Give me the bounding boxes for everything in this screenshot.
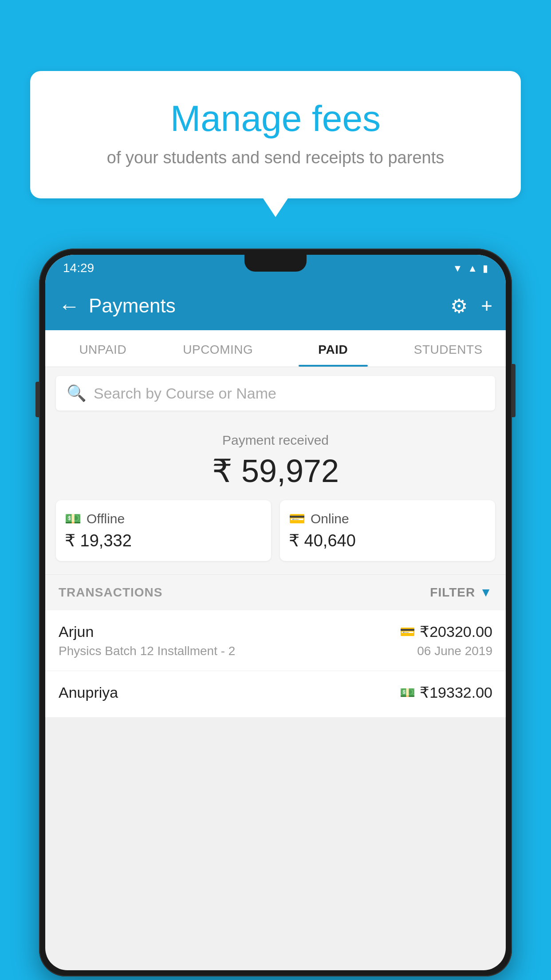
volume-button <box>35 382 39 417</box>
power-button <box>512 364 516 417</box>
search-icon: 🔍 <box>67 384 87 403</box>
filter-label: FILTER <box>430 585 475 600</box>
tab-upcoming[interactable]: UPCOMING <box>161 330 276 367</box>
transaction-course: Physics Batch 12 Installment - 2 <box>59 644 235 658</box>
app-bar-icons: ⚙ + <box>450 295 492 317</box>
bubble-subtitle: of your students and send receipts to pa… <box>48 148 503 167</box>
transaction-amount-wrap: 💳 ₹20320.00 <box>400 623 492 640</box>
online-payment-card: 💳 Online ₹ 40,640 <box>280 500 495 561</box>
transaction-bottom-row: Physics Batch 12 Installment - 2 06 June… <box>59 644 492 658</box>
payment-cards: 💵 Offline ₹ 19,332 💳 Online ₹ 40,640 <box>56 500 495 561</box>
status-icons <box>453 262 488 274</box>
tabs-container: UNPAID UPCOMING PAID STUDENTS <box>45 330 506 367</box>
wifi-icon <box>453 262 462 274</box>
battery-icon <box>483 262 488 274</box>
tab-students[interactable]: STUDENTS <box>391 330 506 367</box>
transaction-date: 06 June 2019 <box>417 644 492 658</box>
online-icon: 💳 <box>289 511 305 526</box>
back-button[interactable]: ← <box>59 294 80 318</box>
payment-method-icon: 💵 <box>400 685 415 700</box>
transaction-row[interactable]: Arjun 💳 ₹20320.00 Physics Batch 12 Insta… <box>45 610 506 671</box>
transaction-amount-wrap: 💵 ₹19332.00 <box>400 684 492 701</box>
payment-total-amount: ₹ 59,972 <box>56 452 495 490</box>
offline-amount: ₹ 19,332 <box>65 531 262 550</box>
transaction-amount: ₹19332.00 <box>420 684 492 701</box>
bubble-title: Manage fees <box>48 98 503 139</box>
search-input[interactable]: Search by Course or Name <box>94 385 276 402</box>
search-box[interactable]: 🔍 Search by Course or Name <box>56 376 495 411</box>
online-amount: ₹ 40,640 <box>289 531 486 550</box>
status-time: 14:29 <box>63 261 94 275</box>
payment-section: Payment received ₹ 59,972 💵 Offline ₹ 19… <box>45 419 506 574</box>
add-icon[interactable]: + <box>481 295 492 317</box>
transaction-amount: ₹20320.00 <box>420 623 492 640</box>
transaction-top-row: Arjun 💳 ₹20320.00 <box>59 623 492 640</box>
tab-paid[interactable]: PAID <box>276 330 391 367</box>
offline-card-header: 💵 Offline <box>65 511 262 526</box>
speech-bubble: Manage fees of your students and send re… <box>30 71 521 198</box>
app-title: Payments <box>89 295 441 317</box>
transactions-label: TRANSACTIONS <box>59 585 162 600</box>
payment-method-icon: 💳 <box>400 624 415 639</box>
transaction-top-row: Anupriya 💵 ₹19332.00 <box>59 684 492 701</box>
phone-outer: 14:29 ← Payments ⚙ + UNPAID <box>39 249 512 976</box>
offline-icon: 💵 <box>65 511 81 526</box>
transaction-name: Arjun <box>59 623 94 640</box>
transaction-row[interactable]: Anupriya 💵 ₹19332.00 <box>45 671 506 718</box>
phone-notch <box>244 255 307 272</box>
transactions-header: TRANSACTIONS FILTER ▼ <box>45 574 506 610</box>
offline-label: Offline <box>87 511 125 526</box>
filter-button[interactable]: FILTER ▼ <box>430 585 492 600</box>
filter-icon: ▼ <box>480 585 492 600</box>
online-label: Online <box>311 511 349 526</box>
tab-unpaid[interactable]: UNPAID <box>45 330 161 367</box>
offline-payment-card: 💵 Offline ₹ 19,332 <box>56 500 271 561</box>
signal-icon <box>468 262 477 274</box>
phone-screen: 14:29 ← Payments ⚙ + UNPAID <box>45 255 506 970</box>
payment-received-label: Payment received <box>56 433 495 448</box>
online-card-header: 💳 Online <box>289 511 486 526</box>
phone-container: 14:29 ← Payments ⚙ + UNPAID <box>39 249 512 980</box>
app-bar: ← Payments ⚙ + <box>45 281 506 330</box>
settings-icon[interactable]: ⚙ <box>450 295 468 317</box>
transaction-name: Anupriya <box>59 684 118 701</box>
search-container: 🔍 Search by Course or Name <box>45 367 506 419</box>
